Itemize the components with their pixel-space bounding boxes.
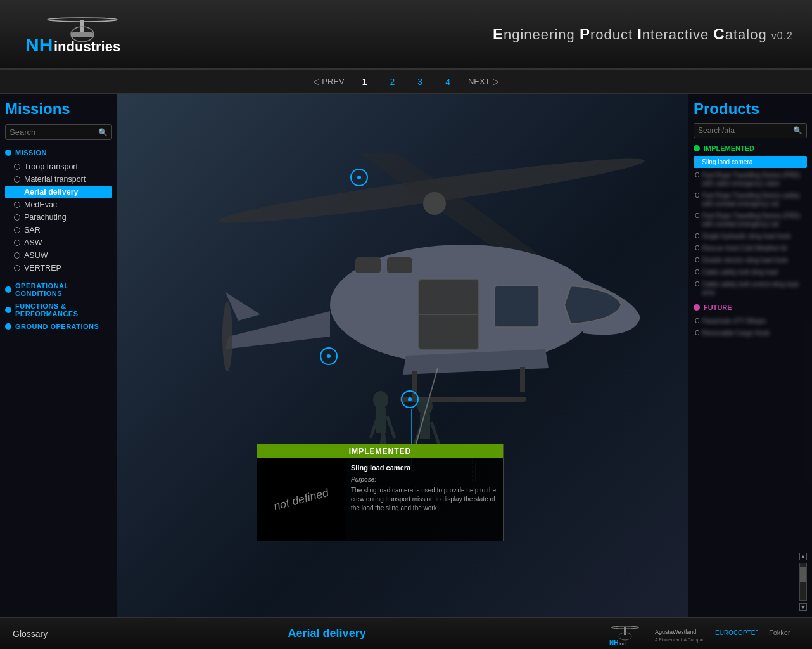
operational-dot-icon (5, 286, 11, 293)
implemented-header: IMPLEMENTED (694, 145, 807, 152)
nh-industries-logo: NH industries (19, 12, 146, 56)
radio-troop-transport-icon (14, 164, 20, 170)
product-checkbox-icon: C (695, 192, 699, 199)
product-item-label: Sling load camera (702, 158, 752, 166)
menu-item-material-transport[interactable]: Material transport (5, 173, 112, 186)
product-item-cable-bolt-2[interactable]: C Cable safety bolt control sling load a… (694, 278, 807, 299)
prev-arrow-icon: ◁ (313, 77, 319, 86)
ground-dot-icon (5, 323, 11, 330)
center-content: IMPLEMENTED not defined Sling load camer… (117, 94, 688, 617)
prev-label: PREV (322, 77, 344, 86)
glossary-link[interactable]: Glossary (13, 629, 48, 639)
product-item-parachute[interactable]: C Parachute UTY 80sqm (694, 315, 807, 327)
radio-asw-icon (14, 240, 20, 246)
menu-item-asuw[interactable]: ASUW (5, 249, 112, 262)
ground-section-header: GROUND OPERATIONS (5, 323, 112, 330)
nh-industries-footer-logo: NH ind. (606, 621, 644, 646)
ata-search-icon[interactable]: 🔍 (793, 126, 802, 135)
product-item-label: Parachute UTY 80sqm (702, 317, 766, 325)
menu-item-parachuting[interactable]: Parachuting (5, 211, 112, 224)
product-item-single-hyd[interactable]: C Single hydraulic sling load hook (694, 230, 807, 242)
navigation-bar: ◁ PREV 1 2 3 4 NEXT ▷ (0, 70, 812, 94)
page-1-button[interactable]: 1 (357, 75, 372, 88)
svg-rect-14 (355, 257, 381, 273)
menu-item-asw[interactable]: ASW (5, 236, 112, 249)
popup-item-title: Sling load camera (351, 463, 498, 473)
future-header: FUTURE (694, 304, 807, 311)
hotspot-1[interactable] (350, 169, 368, 186)
hotspot-2[interactable] (320, 347, 338, 365)
scroll-up-button[interactable]: ▲ (799, 553, 807, 560)
missions-search-input[interactable] (10, 127, 98, 137)
scroll-down-button[interactable]: ▼ (799, 603, 807, 611)
eurocopter-logo: EUROCOPTER (714, 621, 758, 646)
search-icon[interactable]: 🔍 (98, 128, 108, 137)
next-button[interactable]: NEXT ▷ (468, 77, 499, 86)
svg-text:ind.: ind. (619, 641, 627, 646)
ata-search-box[interactable]: 🔍 (694, 123, 807, 138)
product-item-cable-bolt-1[interactable]: C Cable safety bolt sling load (694, 266, 807, 278)
helicopter-svg (191, 153, 666, 482)
ground-section-title[interactable]: GROUND OPERATIONS (15, 323, 99, 330)
functions-section-title[interactable]: FUNCTIONS & PERFORMANCES (15, 302, 112, 318)
radio-medevac-icon (14, 202, 20, 208)
product-item-frd-3[interactable]: C Fast Rope Travelling Device (FRD) with… (694, 210, 807, 230)
radio-material-transport-icon (14, 176, 20, 183)
prev-button[interactable]: ◁ PREV (313, 77, 344, 86)
product-item-removable-cargo[interactable]: C Removable Cargo Hook (694, 327, 807, 339)
svg-text:NH: NH (609, 639, 618, 646)
mission-dot-icon (5, 150, 11, 156)
menu-item-medevac[interactable]: MedEvac (5, 198, 112, 211)
product-item-frd-2[interactable]: C Fast Rope Travelling Device safety wit… (694, 190, 807, 210)
footer-partners: NH ind. AgustaWestland A FinmeccanicA Co… (606, 621, 799, 646)
product-item-label: Double electric sling load hook (702, 256, 788, 264)
product-item-label: Rescue hoist Cold Weather kit (702, 244, 787, 252)
missions-search-box[interactable]: 🔍 (5, 124, 112, 140)
catalog-title: Engineering Product Interactive Catalog … (493, 25, 793, 43)
page-4-button[interactable]: 4 (440, 75, 455, 88)
product-item-label: Cable safety bolt sling load (702, 268, 778, 276)
functions-section-header: FUNCTIONS & PERFORMANCES (5, 302, 112, 318)
svg-rect-18 (495, 286, 539, 327)
mission-section-header: MISSION (5, 149, 112, 157)
svg-text:Fokker: Fokker (769, 629, 790, 636)
popup-status-header: IMPLEMENTED (257, 444, 503, 458)
product-item-frd-1[interactable]: C Fast Rope Travelling Device (FRD) with… (694, 169, 807, 190)
popup-description: The sling load camera is used to provide… (351, 486, 498, 513)
next-arrow-icon: ▷ (493, 77, 499, 86)
product-checkbox-icon: C (695, 212, 699, 219)
product-item-rescue-hoist[interactable]: C Rescue hoist Cold Weather kit (694, 242, 807, 254)
popup-content: not defined Sling load camera Purpose: T… (257, 458, 503, 541)
menu-item-aerial-delivery[interactable]: Aerial delivery (5, 186, 112, 198)
svg-rect-3 (71, 32, 94, 37)
left-sidebar: Missions 🔍 MISSION Troop transport Mater… (0, 94, 117, 617)
missions-title: Missions (5, 100, 112, 118)
radio-aerial-delivery-icon (14, 189, 20, 195)
svg-line-28 (431, 422, 439, 444)
svg-rect-13 (400, 397, 526, 402)
menu-item-troop-transport[interactable]: Troop transport (5, 160, 112, 173)
menu-item-vertrep[interactable]: VERTREP (5, 262, 112, 274)
operational-section-title[interactable]: OPERATIONAL CONDITIONS (15, 282, 112, 297)
menu-item-sar[interactable]: SAR (5, 224, 112, 236)
product-checkbox-icon: C (695, 330, 699, 337)
radio-vertrep-icon (14, 265, 20, 271)
product-item-double-elec[interactable]: C Double electric sling load hook (694, 254, 807, 266)
product-item-label: Cable safety bolt control sling load are… (702, 280, 806, 297)
product-item-sling-camera[interactable]: C Sling load camera (694, 156, 807, 168)
radio-asuw-icon (14, 252, 20, 259)
product-checkbox-icon: C (695, 257, 699, 264)
svg-rect-1 (80, 20, 84, 32)
svg-point-8 (423, 192, 446, 215)
fokker-logo: Fokker (768, 621, 799, 646)
page-2-button[interactable]: 2 (385, 75, 400, 88)
products-title: Products (694, 100, 807, 118)
implemented-label: IMPLEMENTED (704, 145, 754, 152)
page-3-button[interactable]: 3 (412, 75, 428, 88)
svg-rect-12 (520, 367, 525, 392)
scrollbar-thumb[interactable] (800, 567, 806, 582)
svg-text:EUROCOPTER: EUROCOPTER (715, 629, 758, 636)
svg-rect-34 (624, 627, 626, 635)
ata-search-input[interactable] (698, 126, 793, 135)
hotspot-3[interactable] (401, 390, 419, 408)
